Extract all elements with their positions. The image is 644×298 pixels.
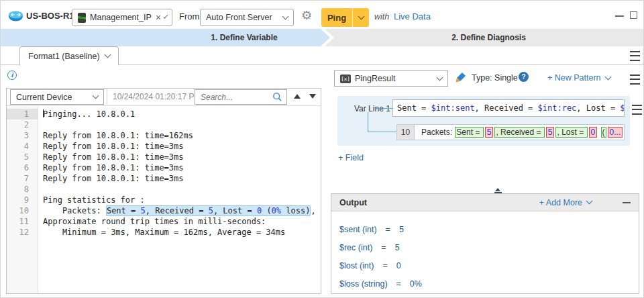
selection-text: ( [262, 206, 271, 215]
collapse-output-icon[interactable] [623, 202, 631, 203]
search-input[interactable] [199, 92, 270, 103]
collapse-bar [494, 192, 502, 193]
front-server-value: Auto Front Server [206, 13, 272, 22]
code-line[interactable]: 3Reply from 10.8.0.1: time=162ms [7, 130, 321, 141]
help-icon[interactable]: ? [519, 72, 529, 82]
code-line[interactable]: 11Approximate round trip times in milli-… [7, 216, 321, 227]
code-text [38, 184, 43, 195]
top-toolbar: US-BOS-R1 Ping Management_IP × From Auto… [1, 1, 643, 29]
code-line[interactable]: 6Reply from 10.8.0.1: time=3ms [7, 162, 321, 173]
code-segment: Reply from 10.8.0.1: time=3ms [43, 174, 184, 183]
code-line[interactable]: 12 Minimum = 3ms, Maximum = 162ms, Avera… [7, 227, 321, 238]
result-variable-select[interactable]: [x] PingResult [334, 70, 448, 87]
output-panel: Output + Add More $sent (int)=5$rec (int… [331, 193, 639, 294]
result-variable-value: PingResult [355, 74, 395, 83]
selection-highlight: Sent = 5, Received = 5, Lost = 0 (0% los… [106, 205, 311, 216]
add-field-link[interactable]: + Field [338, 153, 364, 162]
line-number: 11 [7, 216, 38, 227]
pattern-literal-token: , Lost = [576, 103, 620, 113]
line-number: 4 [7, 141, 38, 152]
pattern-input[interactable]: Sent = $int:sent, Received = $int:rec, L… [392, 99, 625, 117]
collapse-triangle [495, 188, 500, 191]
step-define-variable[interactable]: 1. Define Variable [1, 29, 330, 46]
source-device-value: Current Device [16, 93, 72, 102]
code-line[interactable]: 8 [7, 184, 321, 195]
step-define-diagnosis[interactable]: 2. Define Diagnosis [334, 29, 643, 46]
selection-text: loss) [281, 206, 310, 215]
code-line[interactable]: 10 Packets: Sent = 5, Received = 5, Lost… [7, 205, 321, 216]
command-select[interactable]: Ping Management_IP × [72, 9, 172, 26]
front-server-select[interactable]: Auto Front Server [200, 9, 294, 26]
output-var-value: 5 [395, 243, 400, 252]
output-row: $sent (int)=5 [331, 220, 639, 238]
code-text: Reply from 10.8.0.1: time=3ms [38, 162, 184, 173]
chevron-right-icon: › [623, 128, 625, 138]
menu-icon[interactable] [630, 51, 640, 61]
line-number: 12 [7, 227, 38, 238]
raw-output-toolbar: Current Device 10/24/2024 01:20:17 PM [7, 89, 321, 106]
code-line[interactable]: 5Reply from 10.8.0.1: time=3ms [7, 152, 321, 162]
line-number: 9 [7, 195, 38, 205]
output-equals: = [381, 243, 386, 252]
ping-run-button[interactable]: Ping [321, 8, 352, 27]
pattern-variable-token: $int:rec [538, 103, 577, 113]
source-device-select[interactable]: Current Device [10, 89, 104, 105]
next-match-button[interactable] [309, 94, 316, 99]
menu-icon[interactable] [630, 74, 640, 85]
code-segment: Reply from 10.8.0.1: time=3ms [43, 152, 184, 162]
output-body: $sent (int)=5$rec (int)=5$lost (int)=0$l… [331, 211, 639, 293]
code-segment: Minimum = 3ms, Maximum = 162ms, Average … [43, 228, 285, 237]
chevron-down-icon[interactable] [164, 14, 168, 18]
capture-timestamp: 10/24/2024 01:20:17 PM [113, 92, 201, 101]
one-line-link[interactable]: › 1 Line [623, 124, 625, 140]
output-header: Output + Add More [331, 194, 639, 211]
app-window: US-BOS-R1 Ping Management_IP × From Auto… [0, 0, 644, 298]
search-icon[interactable] [272, 92, 282, 102]
raw-output-panel: Current Device 10/24/2024 01:20:17 PM 1P… [6, 88, 321, 294]
step1-label: 1. Define Variable [211, 33, 277, 42]
code-text [38, 119, 43, 130]
chevron-down-icon[interactable] [104, 52, 111, 58]
pattern-variable-token: $int:lost [620, 103, 625, 113]
code-line[interactable]: 2 [7, 119, 321, 130]
output-row: $rec (int)=5 [331, 238, 639, 256]
live-data-link[interactable]: Live Data [394, 11, 431, 21]
match-segment: ( [601, 127, 606, 138]
line-number: 10 [7, 205, 38, 216]
previous-match-button[interactable] [294, 94, 301, 99]
code-line[interactable]: 1Pinging... 10.8.0.1 [7, 109, 321, 119]
matched-line-row[interactable]: 10 Packets: Sent = 5, Received = 5, Lost… [396, 124, 625, 140]
ping-run-dropdown[interactable] [352, 8, 369, 27]
minimize-icon[interactable] [615, 15, 624, 17]
connector-line [374, 108, 392, 109]
maximize-icon[interactable] [630, 11, 637, 19]
selection-text: , Received = [146, 206, 209, 215]
info-icon[interactable]: i [7, 70, 17, 80]
line-number: 3 [7, 130, 38, 141]
ping-command-icon: Ping [78, 13, 86, 23]
tab-format1-baseline[interactable]: Format1 (Baseline) [19, 46, 119, 65]
add-more-link[interactable]: + Add More [539, 198, 592, 207]
device-name: US-BOS-R1 [26, 11, 74, 21]
code-text: Pinging... 10.8.0.1 [38, 109, 135, 119]
collapse-up-icon[interactable] [494, 188, 502, 193]
output-var-name: $loss (string) [339, 279, 388, 289]
output-equals: = [382, 261, 387, 270]
gear-icon[interactable]: ⚙ [301, 9, 312, 21]
line-number: 7 [7, 173, 38, 184]
menu-icon[interactable] [632, 105, 642, 115]
code-line[interactable]: 4Reply from 10.8.0.1: time=3ms [7, 141, 321, 152]
code-text: Reply from 10.8.0.1: time=3ms [38, 173, 184, 184]
new-pattern-link[interactable]: + New Pattern [547, 73, 610, 83]
edit-pencil-icon[interactable] [455, 72, 466, 83]
code-line[interactable]: 9Ping statistics for : [7, 195, 321, 205]
line-number: 6 [7, 162, 38, 173]
remove-command-icon[interactable]: × [156, 13, 161, 22]
match-segment [598, 128, 600, 137]
code-line[interactable]: 7Reply from 10.8.0.1: time=3ms [7, 173, 321, 184]
match-segment: 5 [485, 127, 494, 138]
add-more-label: + Add More [539, 198, 582, 207]
selection-text: 5 [141, 206, 146, 215]
code-editor[interactable]: 1Pinging... 10.8.0.123Reply from 10.8.0.… [7, 106, 321, 293]
chevron-down-icon [586, 198, 593, 205]
